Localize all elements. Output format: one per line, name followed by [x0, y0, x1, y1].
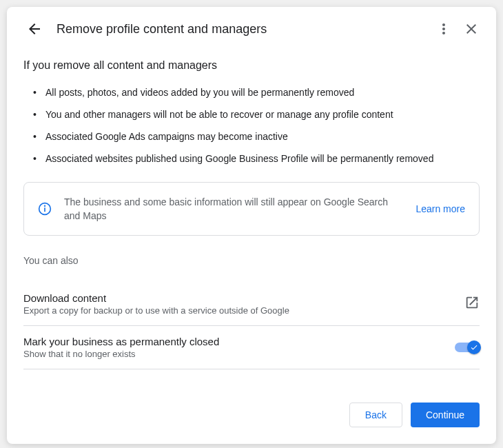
close-icon — [463, 21, 480, 37]
closed-desc: Show that it no longer exists — [23, 349, 455, 359]
download-content-row[interactable]: Download content Export a copy for backu… — [23, 283, 480, 326]
svg-point-2 — [45, 205, 45, 206]
option-text: Mark your business as permanently closed… — [23, 336, 455, 359]
list-item: You and other managers will not be able … — [23, 108, 480, 121]
closed-title: Mark your business as permanently closed — [23, 336, 455, 347]
you-can-also-heading: You can also — [23, 255, 480, 266]
more-vert-icon — [435, 21, 452, 37]
mark-closed-toggle[interactable] — [455, 343, 480, 352]
option-text: Download content Export a copy for backu… — [23, 292, 464, 316]
close-button[interactable] — [458, 15, 485, 43]
dialog: Remove profile content and managers If y… — [7, 7, 496, 444]
toggle-knob — [467, 340, 481, 354]
back-button[interactable]: Back — [349, 403, 402, 427]
dialog-content: If you remove all content and managers A… — [7, 51, 496, 444]
open-external-button[interactable] — [464, 295, 480, 313]
open-in-new-icon — [464, 295, 480, 310]
more-options-button[interactable] — [430, 15, 458, 43]
info-text: The business and some basic information … — [64, 195, 403, 223]
list-item: Associated websites published using Goog… — [23, 152, 480, 165]
bullet-list: All posts, photos, and videos added by y… — [23, 85, 480, 165]
check-icon — [470, 343, 478, 352]
arrow-back-icon — [26, 21, 43, 37]
continue-button[interactable]: Continue — [411, 403, 480, 427]
dialog-footer: Back Continue — [23, 403, 480, 427]
mark-closed-row: Mark your business as permanently closed… — [23, 326, 480, 369]
dialog-header: Remove profile content and managers — [7, 7, 496, 51]
info-icon — [38, 202, 52, 216]
back-arrow-button[interactable] — [21, 15, 48, 43]
info-box: The business and some basic information … — [23, 182, 480, 236]
learn-more-link[interactable]: Learn more — [415, 203, 465, 214]
download-desc: Export a copy for backup or to use with … — [23, 305, 464, 316]
section-heading: If you remove all content and managers — [23, 59, 480, 72]
download-title: Download content — [23, 292, 464, 304]
dialog-title: Remove profile content and managers — [57, 22, 430, 37]
list-item: All posts, photos, and videos added by y… — [23, 85, 480, 99]
list-item: Associated Google Ads campaigns may beco… — [23, 130, 480, 143]
